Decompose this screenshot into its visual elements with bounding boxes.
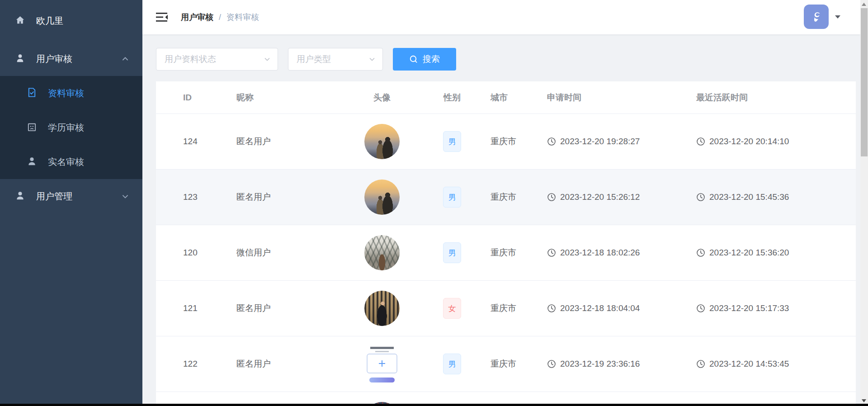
sidebar-item-label: 用户审核 (36, 53, 121, 65)
clock-icon (547, 248, 556, 257)
cell-apply-time: 2023-12-18 18:04:04 (545, 303, 694, 313)
cell-apply-time: 2023-12-19 23:36:16 (545, 359, 694, 369)
topbar-user-menu (804, 5, 840, 29)
cell-avatar (350, 291, 414, 326)
breadcrumb-root[interactable]: 用户审核 (181, 12, 213, 23)
profile-status-select[interactable]: 用户资料状态 (156, 48, 278, 71)
cell-apply-time: 2023-12-18 18:02:26 (545, 248, 694, 258)
cell-gender: 男 (414, 354, 491, 374)
apply-time-text: 2023-12-18 18:04:04 (560, 303, 640, 313)
table-row[interactable]: 123 匿名用户 男 重庆市 2023-12-20 15:26:12 (156, 170, 856, 225)
chevron-down-icon (121, 192, 130, 201)
cell-nickname: 匿名用户 (233, 302, 350, 314)
cell-city: 重庆市 (491, 191, 545, 203)
content: 用户资料状态 用户类型 搜索 ID 昵称 头像 性别 城市 申请时间 最近活跃时… (142, 34, 860, 406)
sidebar-item-education-audit[interactable]: 学历审核 (0, 110, 142, 145)
sidebar: 欧几里 用户审核 资料审核 学历审核 实名审核 (0, 0, 142, 406)
user-photo (364, 235, 400, 270)
sidebar-item-realname-audit[interactable]: 实名审核 (0, 145, 142, 179)
active-time-text: 2023-12-20 15:45:36 (709, 192, 789, 202)
apply-time-text: 2023-12-20 19:28:27 (560, 137, 640, 146)
cell-nickname: 微信用户 (233, 247, 350, 259)
sidebar-item-profile-audit[interactable]: 资料审核 (0, 76, 142, 110)
caret-down-icon[interactable] (835, 15, 840, 19)
sidebar-item-home[interactable]: 欧几里 (0, 0, 142, 42)
cell-avatar (350, 344, 414, 384)
cell-gender: 男 (414, 131, 491, 152)
apply-time-text: 2023-12-20 15:26:12 (560, 192, 640, 202)
apply-time-text: 2023-12-18 18:02:26 (560, 248, 640, 258)
table-row[interactable]: 121 匿名用户 女 重庆市 2023-12-18 18:04:04 (156, 281, 856, 336)
clock-icon (696, 137, 705, 146)
chevron-down-icon (368, 55, 376, 63)
gender-badge: 女 (443, 298, 461, 319)
cell-id: 121 (156, 303, 233, 313)
column-header-apply-time: 申请时间 (545, 92, 694, 104)
cell-avatar (350, 179, 414, 215)
cell-gender: 男 (414, 242, 491, 263)
cell-city: 重庆市 (491, 358, 545, 370)
table-body: 124 匿名用户 男 重庆市 2023-12-20 19:28:27 (156, 114, 856, 406)
active-time-text: 2023-12-20 20:14:10 (709, 137, 789, 146)
sidebar-item-label: 资料审核 (48, 87, 130, 99)
gender-badge: 男 (443, 354, 461, 374)
cell-nickname: 匿名用户 (233, 358, 350, 370)
cell-active-time: 2023-12-20 14:53:45 (694, 359, 856, 369)
user-type-select[interactable]: 用户类型 (288, 48, 383, 71)
document-check-icon (27, 87, 37, 99)
table-row[interactable]: 120 微信用户 男 重庆市 2023-12-18 18:02:26 (156, 225, 856, 281)
clock-icon (547, 359, 556, 368)
clock-icon (547, 137, 556, 146)
topbar: 用户审核 / 资料审核 (142, 0, 860, 34)
sidebar-submenu-user-audit: 资料审核 学历审核 实名审核 (0, 76, 142, 179)
cell-apply-time: 2023-12-20 15:26:12 (545, 192, 694, 202)
scroll-up-arrow-icon[interactable] (862, 3, 866, 6)
clock-icon (696, 359, 705, 368)
cell-active-time: 2023-12-20 15:36:20 (694, 248, 856, 258)
table-row[interactable]: 122 匿名用户 男 重庆市 2023-12-19 23:36:16 (156, 336, 856, 392)
active-time-text: 2023-12-20 14:53:45 (709, 359, 789, 369)
user-avatar[interactable] (804, 5, 829, 29)
apply-time-text: 2023-12-19 23:36:16 (560, 359, 640, 369)
cell-nickname: 匿名用户 (233, 191, 350, 203)
table-row[interactable]: 124 匿名用户 男 重庆市 2023-12-20 19:28:27 (156, 114, 856, 170)
column-header-city: 城市 (491, 92, 545, 104)
fold-menu-icon[interactable] (156, 12, 168, 23)
breadcrumb: 用户审核 / 资料审核 (181, 12, 259, 23)
sidebar-item-label: 用户管理 (36, 190, 121, 203)
breadcrumb-current: 资料审核 (226, 12, 259, 23)
clock-icon (696, 248, 705, 257)
profile-status-placeholder: 用户资料状态 (165, 53, 216, 65)
column-header-avatar: 头像 (350, 92, 414, 104)
user-photo (364, 291, 400, 326)
vertical-scrollbar[interactable] (860, 0, 868, 406)
cell-id: 123 (156, 192, 233, 202)
search-button-label: 搜索 (423, 53, 440, 65)
clock-icon (547, 304, 556, 313)
clock-icon (696, 193, 705, 202)
sidebar-item-label: 学历审核 (48, 122, 130, 134)
cell-id: 122 (156, 359, 233, 369)
search-button[interactable]: 搜索 (393, 48, 456, 71)
cell-gender: 男 (414, 187, 491, 208)
cell-active-time: 2023-12-20 15:17:33 (694, 303, 856, 313)
column-header-gender: 性别 (414, 92, 491, 104)
scroll-down-arrow-icon[interactable] (862, 399, 866, 402)
person-icon (27, 156, 37, 168)
clock-icon (547, 193, 556, 202)
window-bottom-edge (0, 404, 868, 406)
user-table: ID 昵称 头像 性别 城市 申请时间 最近活跃时间 124 匿名用户 (156, 81, 856, 406)
clock-icon (696, 304, 705, 313)
sidebar-item-user-audit[interactable]: 用户审核 (0, 42, 142, 76)
cell-id: 124 (156, 137, 233, 146)
column-header-active-time: 最近活跃时间 (694, 92, 856, 104)
column-header-id: ID (156, 93, 233, 103)
cell-avatar (350, 124, 414, 159)
cell-city: 重庆市 (491, 247, 545, 259)
scrollbar-thumb[interactable] (861, 8, 868, 156)
user-manage-icon (15, 190, 25, 203)
sidebar-item-user-manage[interactable]: 用户管理 (0, 179, 142, 213)
chevron-up-icon (121, 54, 130, 63)
cell-avatar (350, 235, 414, 270)
user-photo (364, 124, 400, 159)
